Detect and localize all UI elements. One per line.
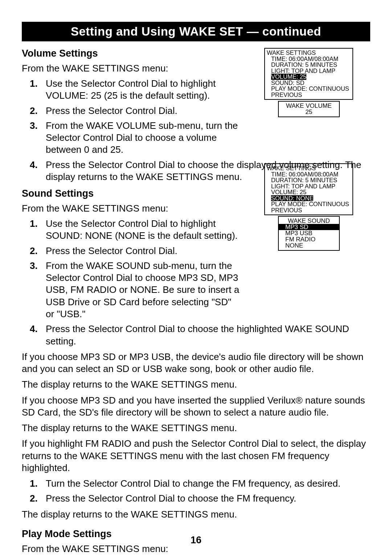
- page-title-bar: Setting and Using WAKE SET — continued: [22, 22, 370, 41]
- paragraph: The display returns to the WAKE SETTINGS…: [22, 379, 370, 391]
- lcd-wake-settings-volume: WAKE SETTINGS TIME: 06:00AM/08:00AM DURA…: [264, 48, 353, 100]
- lcd-line-playmode: PLAY MODE: CONTINUOUS: [267, 86, 351, 92]
- list-item: Use the Selector Control Dial to highlig…: [22, 218, 240, 242]
- fm-steps-list: Turn the Selector Control Dial to change…: [22, 478, 370, 505]
- lcd-line-volume: VOLUME: 25: [267, 189, 351, 195]
- lcd-wake-volume-value: 25: [281, 109, 337, 115]
- lcd-header: WAKE SETTINGS: [267, 50, 351, 56]
- list-item: Press the Selector Control Dial to choos…: [22, 492, 370, 504]
- lcd-line-playmode: PLAY MODE: CONTINUOUS: [267, 201, 351, 207]
- list-item: Press the Selector Control Dial to choos…: [22, 159, 370, 183]
- lcd-wake-sound-option: MP3 SD: [279, 224, 339, 230]
- lcd-line-previous: PREVIOUS: [267, 92, 351, 98]
- lcd-wake-sound-title: WAKE SOUND: [279, 218, 339, 224]
- list-item: From the WAKE VOLUME sub-menu, turn the …: [22, 120, 240, 156]
- list-item: Press the Selector Control Dial to choos…: [22, 323, 370, 347]
- lcd-line-light: LIGHT: TOP AND LAMP: [267, 183, 351, 189]
- lcd-line-sound: SOUND: NONE: [267, 195, 351, 201]
- lcd-wake-sound-option: MP3 USB: [279, 230, 339, 236]
- lcd-wake-volume-title: WAKE VOLUME: [281, 103, 337, 109]
- paragraph: The display returns to the WAKE SETTINGS…: [22, 422, 370, 434]
- lcd-line-time: TIME: 06:00AM/08:00AM: [267, 56, 351, 62]
- lcd-wake-sound-option: NONE: [279, 242, 339, 249]
- paragraph: If you choose MP3 SD or MP3 USB, the dev…: [22, 351, 370, 375]
- list-item: Use the Selector Control Dial to highlig…: [22, 78, 240, 102]
- lcd-wake-sound-option: FM RADIO: [279, 236, 339, 242]
- lcd-line-light: LIGHT: TOP AND LAMP: [267, 68, 351, 74]
- list-item: From the WAKE SOUND sub-menu, turn the S…: [22, 260, 240, 320]
- page-number: 16: [0, 535, 392, 546]
- lcd-line-volume: VOLUME: 25: [267, 74, 351, 80]
- paragraph: If you choose MP3 SD and you have insert…: [22, 394, 370, 419]
- list-item: Turn the Selector Control Dial to change…: [22, 478, 370, 490]
- lcd-wake-volume: WAKE VOLUME 25: [278, 101, 340, 117]
- paragraph: The display returns to the WAKE SETTINGS…: [22, 508, 370, 520]
- list-item: Press the Selector Control Dial.: [22, 105, 240, 117]
- lcd-line-previous: PREVIOUS: [267, 207, 351, 213]
- list-item: Press the Selector Control Dial.: [22, 245, 240, 257]
- paragraph: If you highlight FM RADIO and push the S…: [22, 438, 370, 474]
- lcd-wake-sound-menu: WAKE SOUND MP3 SD MP3 USB FM RADIO NONE: [278, 216, 340, 251]
- lcd-line-sound: SOUND: SD: [267, 80, 351, 86]
- lcd-line-duration: DURATION: 5 MINUTES: [267, 62, 351, 68]
